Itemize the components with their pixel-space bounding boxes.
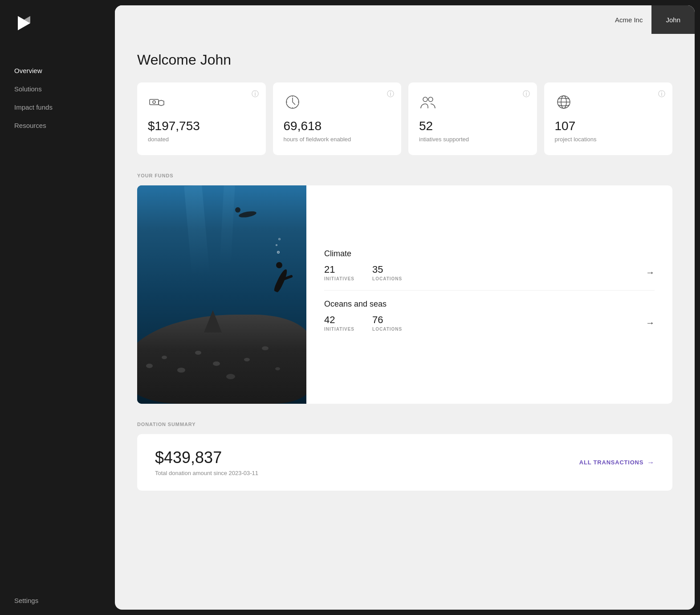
stat-label-donated: donated [148,136,169,143]
globe-icon [555,93,573,113]
fund-stats-oceans: 42 INITIATIVES 76 LOCATIONS → [324,314,655,332]
people-icon [419,93,437,113]
fund-name-climate: Climate [324,249,655,258]
main-content: Acme Inc John Welcome John ⓘ $197,75 [115,5,695,610]
svg-point-10 [423,97,427,102]
funds-container: Climate 21 INITIATIVES 35 LOCATIONS → [137,185,672,404]
page-title: Welcome John [137,52,672,68]
info-icon-locations[interactable]: ⓘ [658,90,665,99]
sidebar-item-settings[interactable]: Settings [0,586,115,615]
sidebar-item-resources[interactable]: Resources [7,117,108,134]
stat-card-donated: ⓘ $197,753 donated [137,82,266,155]
svg-point-3 [153,101,155,103]
fund-stats-climate: 21 INITIATIVES 35 LOCATIONS → [324,264,655,281]
fund-initiatives-climate: 21 INITIATIVES [324,264,354,281]
donation-label: Total donation amount since 2023-03-11 [155,470,258,476]
svg-point-11 [428,97,433,102]
sidebar-item-impact-funds[interactable]: Impact funds [7,99,108,115]
all-transactions-arrow-icon: → [647,459,655,467]
donation-summary: $439,837 Total donation amount since 202… [137,434,672,491]
stat-value-locations: 107 [555,119,576,133]
info-icon-donated[interactable]: ⓘ [252,90,259,99]
stat-value-initiatives: 52 [419,119,433,133]
stat-value-donated: $197,753 [148,119,200,133]
stat-card-fieldwork: ⓘ 69,618 hours of fieldwork enabled [273,82,402,155]
fund-locations-oceans: 76 LOCATIONS [372,314,402,332]
page-content: Welcome John ⓘ $197,753 donated [115,34,695,610]
fund-arrow-climate[interactable]: → [646,267,655,278]
sidebar: Overview Solutions Impact funds Resource… [0,0,115,615]
donation-info: $439,837 Total donation amount since 202… [155,448,258,476]
fund-arrow-oceans[interactable]: → [646,318,655,328]
info-icon-initiatives[interactable]: ⓘ [523,90,530,99]
donation-section-label: DONATION SUMMARY [137,422,672,427]
stat-label-locations: project locations [555,136,597,143]
money-hand-icon [148,93,166,113]
stat-card-initiatives: ⓘ 52 intiatives supported [408,82,537,155]
donation-amount: $439,837 [155,448,258,467]
funds-section-label: YOUR FUNDS [137,173,672,178]
header-company: Acme Inc [606,16,652,24]
stat-label-initiatives: intiatives supported [419,136,469,143]
fund-name-oceans: Oceans and seas [324,299,655,309]
funds-image [137,185,306,404]
stats-grid: ⓘ $197,753 donated ⓘ [137,82,672,155]
stat-card-locations: ⓘ 107 project locations [544,82,673,155]
sidebar-item-overview[interactable]: Overview [7,62,108,79]
fund-initiatives-oceans: 42 INITIATIVES [324,314,354,332]
logo[interactable] [0,0,115,62]
svg-rect-2 [150,99,159,105]
stat-value-fieldwork: 69,618 [284,119,322,133]
stat-label-fieldwork: hours of fieldwork enabled [284,136,351,143]
funds-details: Climate 21 INITIATIVES 35 LOCATIONS → [306,185,672,404]
clock-icon [284,93,301,113]
fund-locations-climate: 35 LOCATIONS [372,264,402,281]
sidebar-nav: Overview Solutions Impact funds Resource… [0,62,115,586]
all-transactions-link[interactable]: ALL TRANSACTIONS → [579,459,655,467]
fund-item-climate: Climate 21 INITIATIVES 35 LOCATIONS → [324,249,655,291]
header-user-button[interactable]: John [651,5,695,34]
fund-item-oceans: Oceans and seas 42 INITIATIVES 76 LOCATI… [324,291,655,340]
header: Acme Inc John [115,5,695,34]
info-icon-fieldwork[interactable]: ⓘ [387,90,394,99]
sidebar-item-solutions[interactable]: Solutions [7,81,108,97]
